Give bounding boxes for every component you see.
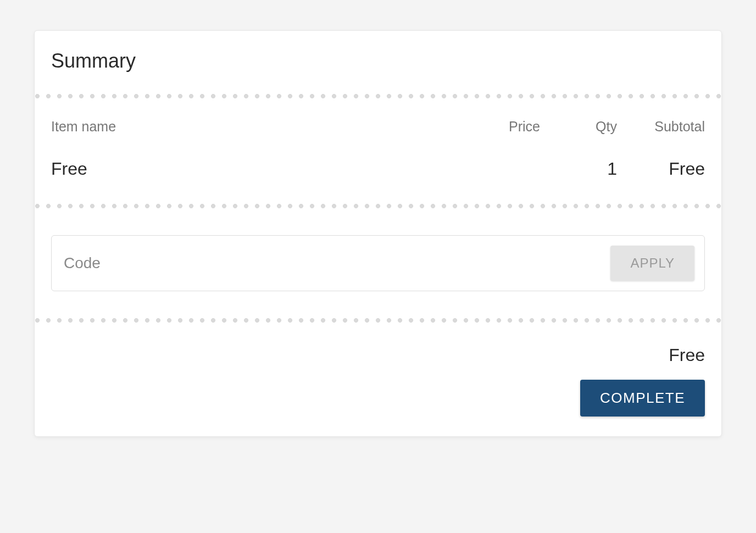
complete-button[interactable]: COMPLETE	[580, 380, 705, 417]
summary-title: Summary	[51, 49, 705, 73]
coupon-section: APPLY	[51, 209, 705, 318]
summary-card: Summary Item name Price Qty Subtotal Fre…	[34, 30, 722, 437]
column-header-item-name: Item name	[51, 119, 452, 135]
column-header-qty: Qty	[540, 119, 617, 135]
divider	[35, 318, 721, 323]
item-name: Free	[51, 159, 452, 179]
summary-card-inner: Summary Item name Price Qty Subtotal Fre…	[35, 31, 721, 436]
divider	[35, 93, 721, 99]
apply-button[interactable]: APPLY	[610, 246, 694, 281]
column-header-subtotal: Subtotal	[617, 119, 705, 135]
coupon-input-wrap: APPLY	[51, 235, 705, 291]
total-section: Free	[51, 323, 705, 380]
items-table-header: Item name Price Qty Subtotal	[51, 99, 705, 147]
item-subtotal: Free	[617, 159, 705, 179]
table-row: Free 1 Free	[51, 147, 705, 203]
item-qty: 1	[540, 159, 617, 179]
order-total: Free	[669, 345, 705, 365]
coupon-code-input[interactable]	[62, 251, 603, 275]
column-header-price: Price	[452, 119, 540, 135]
actions: COMPLETE	[51, 380, 705, 420]
page: Summary Item name Price Qty Subtotal Fre…	[0, 0, 756, 533]
divider	[35, 203, 721, 209]
